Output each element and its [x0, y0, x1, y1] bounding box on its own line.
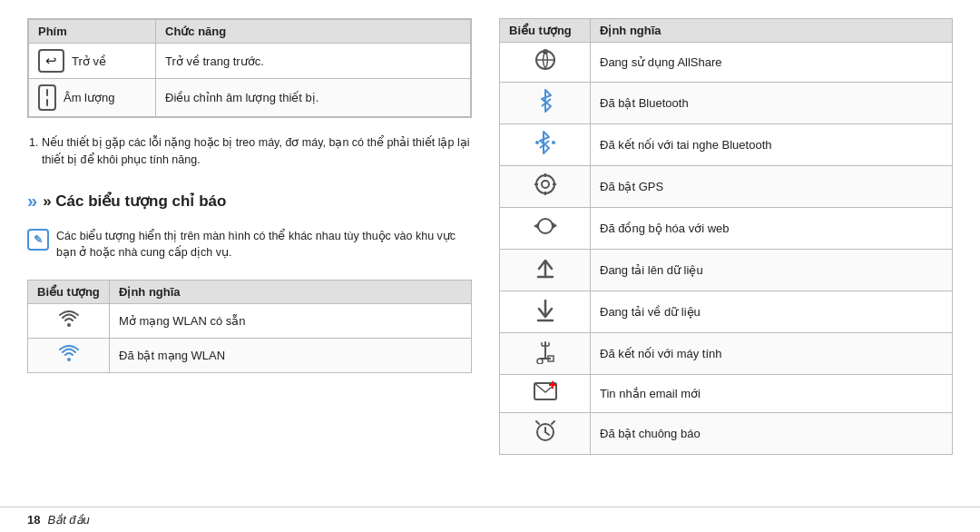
keys-table-container: Phím Chức năng ↩ Trở về Trở về trang trư… — [27, 18, 472, 118]
volume-icon — [38, 84, 56, 111]
wifi-outline-icon — [56, 310, 82, 328]
section-title-text: » Các biểu tượng chỉ báo — [43, 192, 226, 211]
left-column: Phím Chức năng ↩ Trở về Trở về trang trư… — [27, 18, 472, 498]
symbol-alarm — [500, 413, 591, 455]
page-label: Bắt đầu — [47, 513, 89, 527]
table-row: Đang tải về dữ liệu — [500, 291, 953, 333]
def-usb: Đã kết nối với máy tính — [591, 333, 953, 375]
table-row: Đang sử dụng AllShare — [500, 43, 953, 83]
symbol-wifi-outline — [28, 304, 110, 339]
email-icon — [533, 380, 558, 402]
svg-point-5 — [535, 141, 539, 144]
table-row: ↩ Trở về Trở về trang trước. — [29, 44, 471, 79]
def-alarm: Đã bật chuông báo — [591, 413, 953, 455]
table-row: Đã bật mạng WLAN — [28, 339, 472, 373]
chevron-icon: » — [27, 191, 37, 212]
symbol-bluetooth-connected — [500, 124, 591, 166]
key-back-cell: ↩ Trở về — [29, 44, 156, 79]
table-row: Đang tải lên dữ liệu — [500, 250, 953, 291]
svg-point-1 — [67, 358, 71, 361]
def-wifi-solid: Đã bật mạng WLAN — [110, 339, 472, 373]
table-row: Đã đồng bộ hóa với web — [500, 208, 953, 250]
section-title: » » Các biểu tượng chỉ báo — [27, 191, 472, 212]
svg-point-4 — [543, 49, 548, 54]
right-table: Biểu tượng Định nghĩa — [499, 18, 953, 455]
svg-point-0 — [67, 323, 71, 327]
symbol-upload — [500, 250, 591, 291]
back-icon: ↩ — [38, 49, 64, 73]
table-row: Đã kết nối với máy tính — [500, 333, 953, 375]
bottom-header-def: Định nghĩa — [110, 281, 472, 304]
table-row: Đã bật chuông báo — [500, 413, 953, 455]
table-row: Đã bật Bluetooth — [500, 83, 953, 124]
key-volume-function: Điều chỉnh âm lượng thiết bị. — [156, 79, 471, 117]
svg-point-6 — [552, 141, 555, 144]
def-allshare: Đang sử dụng AllShare — [591, 43, 953, 83]
bottom-header-symbol: Biểu tượng — [28, 281, 110, 304]
svg-line-32 — [545, 432, 549, 435]
note-section: Nếu thiết bị gặp các lỗi nặng hoặc bị tr… — [27, 134, 472, 171]
def-sync: Đã đồng bộ hóa với web — [591, 208, 953, 250]
info-box: ✎ Các biểu tượng hiển thị trên màn hình … — [27, 228, 472, 262]
symbol-usb — [500, 333, 591, 375]
table-row: Mở mạng WLAN có sẵn — [28, 304, 472, 339]
usb-icon — [535, 339, 555, 364]
table-row: Đã bật GPS — [500, 166, 953, 208]
info-icon: ✎ — [27, 229, 49, 251]
def-download: Đang tải về dữ liệu — [591, 291, 953, 333]
keys-table-header-key: Phím — [29, 20, 156, 44]
right-column: Biểu tượng Định nghĩa — [499, 18, 953, 498]
symbol-allshare — [500, 43, 591, 83]
symbol-email — [500, 375, 591, 413]
alarm-icon — [533, 419, 558, 444]
svg-line-34 — [552, 421, 554, 424]
symbol-wifi-solid — [28, 339, 110, 373]
def-email: Tin nhắn email mới — [591, 375, 953, 413]
keys-table: Phím Chức năng ↩ Trở về Trở về trang trư… — [28, 19, 471, 117]
download-icon — [535, 297, 555, 322]
key-volume-cell: Âm lượng — [29, 79, 156, 117]
right-header-symbol: Biểu tượng — [500, 19, 591, 43]
info-text: Các biểu tượng hiển thị trên màn hình có… — [56, 228, 472, 262]
note-item: Nếu thiết bị gặp các lỗi nặng hoặc bị tr… — [42, 134, 472, 169]
bluetooth-connected-icon — [534, 130, 556, 155]
footer: 18 Bắt đầu — [0, 507, 980, 532]
def-gps: Đã bật GPS — [591, 166, 953, 208]
table-row: Tin nhắn email mới — [500, 375, 953, 413]
svg-point-7 — [536, 175, 554, 193]
bluetooth-icon — [536, 88, 554, 113]
def-bluetooth-connected: Đã kết nối với tai nghe Bluetooth — [591, 124, 953, 166]
bottom-left-table: Biểu tượng Định nghĩa — [27, 280, 472, 373]
right-header-def: Định nghĩa — [591, 19, 953, 43]
symbol-gps — [500, 166, 591, 208]
def-wifi-outline: Mở mạng WLAN có sẵn — [110, 304, 472, 339]
svg-line-33 — [536, 421, 539, 424]
def-bluetooth: Đã bật Bluetooth — [591, 83, 953, 124]
sync-icon — [533, 213, 558, 239]
page-number: 18 — [27, 513, 40, 527]
wifi-solid-icon — [56, 344, 82, 362]
svg-point-8 — [542, 181, 549, 188]
key-back-label: Trở về — [72, 54, 106, 68]
key-volume-label: Âm lượng — [64, 91, 114, 104]
symbol-bluetooth — [500, 83, 591, 124]
table-row: Đã kết nối với tai nghe Bluetooth — [500, 124, 953, 166]
def-upload: Đang tải lên dữ liệu — [591, 250, 953, 291]
table-row: Âm lượng Điều chỉnh âm lượng thiết bị. — [29, 79, 471, 117]
allshare-icon — [532, 48, 559, 72]
svg-marker-14 — [534, 223, 538, 229]
key-back-function: Trở về trang trước. — [156, 44, 471, 79]
symbol-sync — [500, 208, 591, 250]
gps-icon — [533, 172, 558, 197]
keys-table-header-function: Chức năng — [156, 20, 471, 44]
symbol-download — [500, 291, 591, 333]
upload-icon — [535, 255, 555, 281]
